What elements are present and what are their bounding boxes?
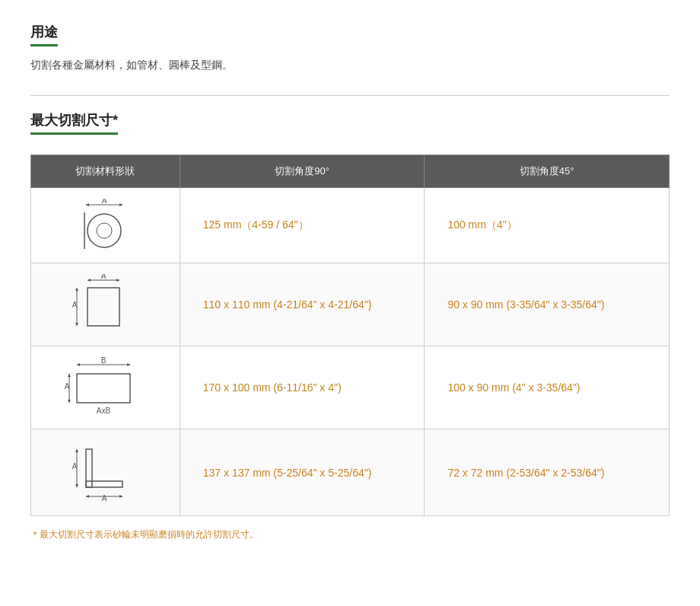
table-row: A A 110 x 110 mm (4-21/64" x 4-21/64") 9… [31,263,670,346]
shape-circle-cell: A [31,188,180,263]
section1-container: 用途 切割各種金屬材料，如管材、圓棒及型鋼。 [30,23,670,72]
svg-marker-8 [88,279,91,282]
rect-90-value: 170 x 100 mm (6-11/16" x 4") [180,346,425,429]
square-90-value: 110 x 110 mm (4-21/64" x 4-21/64") [180,263,425,346]
cutting-table: 切割材料形狀 切割角度90° 切割角度45° A [30,155,670,516]
svg-text:A: A [72,301,78,309]
svg-marker-27 [75,449,78,452]
divider [30,95,670,96]
table-row: A A 137 x 137 mm (5-25/64" x 5-25/64") [31,429,670,516]
angle-45-value: 72 x 72 mm (2-53/64" x 2-53/64") [425,429,670,516]
svg-text:AxB: AxB [97,407,111,415]
rect-45-value: 100 x 90 mm (4" x 3-35/64") [425,346,670,429]
svg-text:A: A [101,274,107,280]
svg-marker-31 [86,495,89,498]
angle-90-value: 137 x 137 mm (5-25/64" x 5-25/64") [180,429,425,516]
svg-marker-22 [68,400,71,403]
circle-45-value: 100 mm（4"） [425,188,670,263]
svg-marker-21 [68,374,71,377]
svg-marker-12 [75,288,78,291]
footnote: ＊最大切割尺寸表示砂輪未明顯磨損時的允許切割尺寸。 [30,528,670,541]
col-header-90: 切割角度90° [180,155,425,188]
svg-marker-32 [119,495,123,498]
svg-rect-35 [86,481,123,487]
section1-title: 用途 [30,23,58,46]
svg-marker-1 [86,203,89,206]
svg-text:A: A [102,199,107,205]
svg-rect-24 [77,374,130,403]
circle-shape-svg: A [71,199,139,252]
section1-desc: 切割各種金屬材料，如管材、圓棒及型鋼。 [30,59,670,72]
square-shape-svg: A A [71,274,139,335]
svg-marker-9 [116,279,119,282]
section2-title: 最大切割尺寸* [30,111,118,135]
square-45-value: 90 x 90 mm (3-35/64" x 3-35/64") [425,263,670,346]
svg-rect-15 [88,288,119,326]
shape-rectangle-cell: B A AxB [31,346,180,429]
svg-marker-28 [75,484,78,487]
rectangle-shape-svg: B A AxB [63,357,147,418]
table-row: B A AxB 170 x 100 mm (6-11/16" x 4") 100… [31,346,670,429]
svg-text:A: A [102,494,107,502]
section2-container: 最大切割尺寸* 切割材料形狀 切割角度90° 切割角度45° A [30,111,670,541]
svg-marker-13 [75,323,78,326]
svg-marker-2 [119,203,123,206]
angle-shape-svg: A A [71,440,139,505]
svg-point-5 [97,223,112,238]
svg-text:B: B [101,357,107,365]
svg-marker-18 [127,363,130,366]
svg-marker-17 [77,363,80,366]
svg-text:A: A [72,462,78,470]
col-header-45: 切割角度45° [425,155,670,188]
svg-point-4 [88,214,121,247]
svg-text:A: A [65,382,70,391]
shape-angle-cell: A A [31,429,180,516]
table-row: A 125 mm（4-59 / 64"） 100 mm（4"） [31,188,670,263]
col-header-shape: 切割材料形狀 [31,155,180,188]
circle-90-value: 125 mm（4-59 / 64"） [180,188,425,263]
shape-square-cell: A A [31,263,180,346]
